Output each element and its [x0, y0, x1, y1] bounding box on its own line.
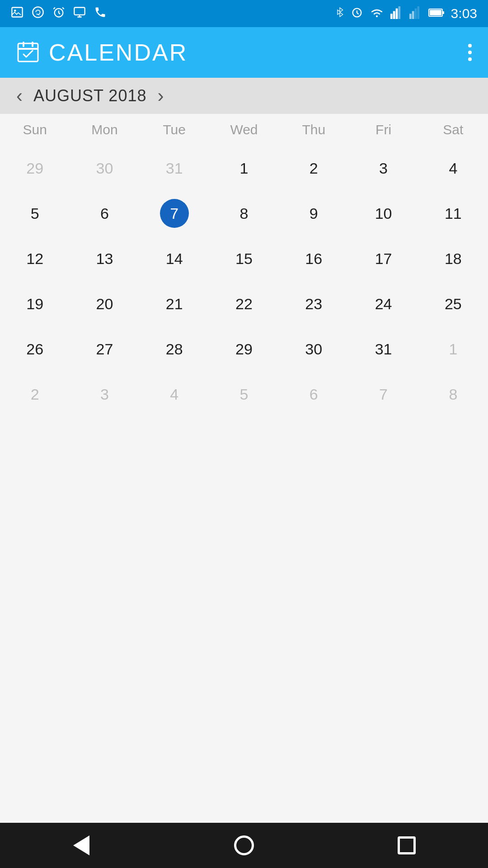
day-cell[interactable]: 25 [418, 281, 488, 326]
svg-rect-10 [398, 6, 400, 19]
day-cell[interactable]: 19 [0, 281, 70, 326]
day-cell[interactable]: 13 [70, 236, 139, 281]
alarm-icon [52, 6, 65, 22]
day-cell[interactable]: 26 [0, 326, 70, 372]
day-cell[interactable]: 17 [348, 236, 418, 281]
gallery-icon [11, 6, 23, 22]
more-dot-2 [468, 51, 472, 54]
month-navigation: ‹ AUGUST 2018 › [0, 78, 488, 114]
app-bar-left: CALENDAR [16, 39, 188, 66]
back-icon [73, 835, 89, 855]
svg-point-6 [376, 15, 378, 17]
day-cell[interactable]: 1 [418, 326, 488, 372]
svg-rect-14 [417, 6, 419, 19]
day-cell[interactable]: 8 [209, 191, 279, 236]
day-cell[interactable]: 5 [0, 191, 70, 236]
phone-icon [94, 6, 107, 22]
day-cell[interactable]: 15 [209, 236, 279, 281]
day-cell[interactable]: 12 [0, 236, 70, 281]
day-cell[interactable]: 30 [70, 146, 139, 191]
bluetooth-icon [335, 6, 344, 22]
recents-icon [398, 836, 416, 854]
day-cell[interactable]: 14 [140, 236, 209, 281]
day-cell[interactable]: 21 [140, 281, 209, 326]
app-title: CALENDAR [49, 39, 188, 66]
monitor-icon [73, 6, 86, 22]
svg-rect-11 [409, 14, 412, 19]
svg-rect-4 [74, 7, 84, 14]
weekday-thu: Thu [279, 114, 348, 146]
day-cell-selected[interactable]: 7 [140, 191, 209, 236]
signal2-icon [409, 6, 422, 21]
calendar-grid: Sun Mon Tue Wed Thu Fri Sat 29 30 31 1 2… [0, 114, 488, 417]
day-cell[interactable]: 5 [209, 372, 279, 417]
status-icons-left [11, 6, 107, 22]
svg-rect-17 [430, 10, 441, 15]
svg-point-1 [14, 9, 16, 12]
signal-icon [390, 6, 403, 21]
day-cell[interactable]: 6 [70, 191, 139, 236]
day-cell[interactable]: 7 [348, 372, 418, 417]
day-cell[interactable]: 27 [70, 326, 139, 372]
back-button[interactable] [63, 827, 99, 863]
day-cell[interactable]: 23 [279, 281, 348, 326]
more-dot-3 [468, 57, 472, 61]
svg-rect-12 [412, 11, 414, 19]
day-cell[interactable]: 28 [140, 326, 209, 372]
day-cell[interactable]: 29 [0, 146, 70, 191]
day-cell[interactable]: 9 [279, 191, 348, 236]
more-options-button[interactable] [468, 44, 472, 61]
svg-rect-20 [23, 42, 24, 47]
day-cell[interactable]: 29 [209, 326, 279, 372]
status-time: 3:03 [451, 6, 477, 21]
day-cell[interactable]: 31 [140, 146, 209, 191]
calendar-container: Sun Mon Tue Wed Thu Fri Sat 29 30 31 1 2… [0, 114, 488, 823]
day-cell[interactable]: 3 [70, 372, 139, 417]
bottom-navigation [0, 823, 488, 868]
battery-icon [428, 6, 445, 21]
svg-rect-21 [32, 42, 33, 47]
app-bar: CALENDAR [0, 27, 488, 78]
day-cell[interactable]: 4 [418, 146, 488, 191]
calendar-app-icon [16, 40, 40, 65]
day-cell[interactable]: 2 [279, 146, 348, 191]
weekday-tue: Tue [140, 114, 209, 146]
svg-rect-16 [442, 11, 444, 14]
weekday-sat: Sat [418, 114, 488, 146]
clock-icon [351, 6, 363, 21]
day-cell[interactable]: 2 [0, 372, 70, 417]
svg-rect-9 [395, 9, 398, 19]
day-cell[interactable]: 3 [348, 146, 418, 191]
day-cell[interactable]: 10 [348, 191, 418, 236]
svg-rect-13 [414, 9, 417, 19]
svg-rect-0 [12, 7, 22, 17]
prev-month-button[interactable]: ‹ [16, 85, 23, 107]
day-cell[interactable]: 30 [279, 326, 348, 372]
home-icon [234, 835, 254, 855]
status-bar: 3:03 [0, 0, 488, 27]
status-icons-right: 3:03 [335, 6, 477, 22]
day-cell[interactable]: 31 [348, 326, 418, 372]
wifi-icon [370, 6, 384, 21]
day-cell[interactable]: 18 [418, 236, 488, 281]
svg-rect-7 [390, 14, 393, 19]
day-cell[interactable]: 6 [279, 372, 348, 417]
weekday-mon: Mon [70, 114, 139, 146]
day-cell[interactable]: 24 [348, 281, 418, 326]
next-month-button[interactable]: › [157, 85, 164, 107]
recents-button[interactable] [389, 827, 425, 863]
day-cell[interactable]: 4 [140, 372, 209, 417]
day-cell[interactable]: 11 [418, 191, 488, 236]
svg-rect-19 [18, 48, 38, 50]
day-cell[interactable]: 22 [209, 281, 279, 326]
weekday-wed: Wed [209, 114, 279, 146]
svg-rect-8 [393, 11, 395, 19]
more-dot-1 [468, 44, 472, 47]
day-cell[interactable]: 16 [279, 236, 348, 281]
day-cell[interactable]: 8 [418, 372, 488, 417]
home-button[interactable] [226, 827, 262, 863]
svg-rect-18 [18, 43, 38, 61]
whatsapp-icon [32, 6, 44, 22]
day-cell[interactable]: 1 [209, 146, 279, 191]
day-cell[interactable]: 20 [70, 281, 139, 326]
